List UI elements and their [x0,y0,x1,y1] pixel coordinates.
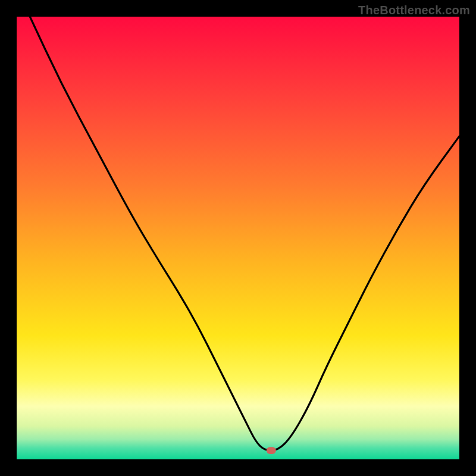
watermark-text: TheBottleneck.com [358,4,470,17]
chart-frame: TheBottleneck.com [0,0,476,476]
chart-svg [17,17,459,459]
optimal-point-marker [267,447,276,454]
plot-area [17,17,459,459]
